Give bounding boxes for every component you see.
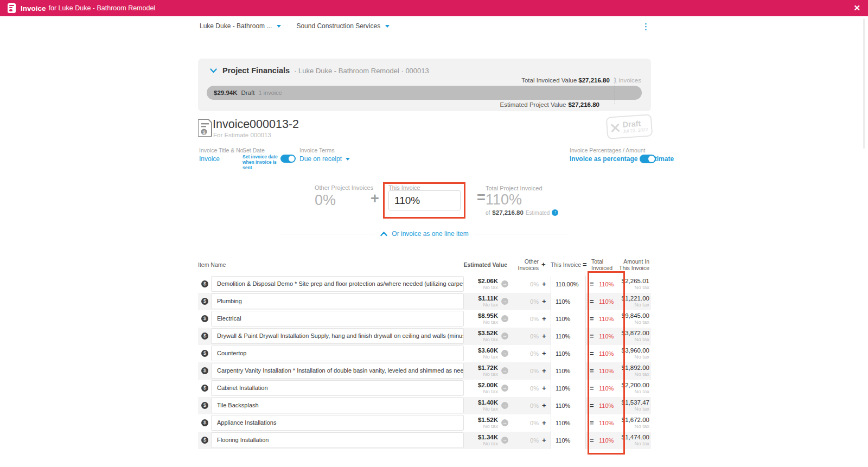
apply-estimate-icon[interactable]: →	[501, 350, 508, 357]
this-invoice-cell-input[interactable]: 110%	[551, 380, 586, 397]
equals-operator: =	[477, 189, 486, 206]
this-invoice-cell-input[interactable]: 110%	[551, 432, 586, 449]
item-name-input[interactable]: Tile Backsplash	[211, 398, 464, 413]
set-date-value[interactable]: Set invoice date when invoice is sent	[242, 154, 284, 171]
other-invoices-cell: 0%	[517, 385, 539, 392]
project-financials-card: Project Financials · Luke Duke - Bathroo…	[198, 59, 651, 111]
estimated-project-value-line: Estimated Project Value$27,216.80	[500, 101, 599, 108]
this-invoice-cell-input[interactable]: 110%	[551, 362, 586, 380]
item-name-input[interactable]: Appliance Installations	[211, 415, 464, 431]
this-invoice-cell-input[interactable]: 110%	[551, 310, 586, 328]
close-icon[interactable]: ✕	[853, 3, 860, 13]
financials-subtitle: · Luke Duke - Bathroom Remodel · 000013	[294, 67, 429, 75]
invoice-title-value[interactable]: Invoice	[199, 155, 220, 163]
this-invoice-cell-input[interactable]: 110%	[551, 328, 586, 345]
invoice-page: Invoice for Luke Duke - Bathroom Remodel…	[0, 0, 868, 467]
estimated-value-cell: $1.11K No tax	[456, 295, 498, 308]
kebab-menu-icon[interactable]: ⋮	[642, 22, 650, 31]
plus-icon: +	[542, 401, 546, 410]
total-invoiced-value: 110%	[486, 191, 522, 208]
estimate-link-icon[interactable]: ↑	[552, 209, 558, 216]
equals-icon: =	[590, 315, 594, 323]
apply-estimate-icon[interactable]: →	[501, 315, 508, 322]
table-row: $ Cabinet Installation $2.00K No tax → 0…	[198, 380, 651, 397]
titlebar-title: Invoice	[21, 4, 46, 12]
col-plus-icon: +	[541, 260, 546, 268]
other-invoices-cell: 0%	[517, 316, 539, 322]
col-amount-in-invoice: Amount In This Invoice	[601, 258, 649, 271]
dollar-badge-icon: $	[201, 298, 208, 305]
item-name-input[interactable]: Flooring Installation	[211, 432, 464, 448]
project-dropdown-label: Luke Duke - Bathroom ...	[200, 22, 272, 30]
other-invoices-cell: 0%	[517, 333, 539, 340]
apply-estimate-icon[interactable]: →	[501, 402, 508, 409]
invoice-title-label: Invoice Title & No.	[199, 147, 245, 153]
item-name-input[interactable]: Carpentry Vanity Installation * Installa…	[211, 363, 464, 379]
other-invoices-label: Other Project Invoices	[315, 184, 373, 191]
plus-icon: +	[542, 297, 546, 305]
apply-estimate-icon[interactable]: →	[501, 280, 508, 287]
this-invoice-cell-input[interactable]: 110%	[551, 345, 586, 362]
other-invoices-value: 0%	[315, 192, 336, 209]
invoice-progress-bar: $29.94K Draft 1 invoice	[207, 86, 642, 100]
equals-icon: =	[590, 384, 594, 392]
invoice-one-line-link[interactable]: Or invoice as one line item	[380, 230, 468, 238]
amount-cell: $1,474.00 No tax	[601, 434, 649, 446]
item-name-input[interactable]: Demolition & Disposal Demo * Site prep a…	[211, 276, 464, 292]
percent-mode-toggle[interactable]	[640, 155, 656, 163]
item-name-input[interactable]: Cabinet Installation	[211, 380, 464, 396]
amount-cell: $9,845.00 No tax	[601, 312, 649, 325]
dollar-badge-icon: $	[201, 367, 208, 374]
plus-icon: +	[542, 280, 546, 288]
other-invoices-cell: 0%	[517, 298, 539, 305]
dollar-badge-icon: $	[201, 419, 208, 426]
plus-icon: +	[542, 436, 546, 444]
amount-cell: $3,872.00 No tax	[601, 330, 649, 342]
project-dropdown[interactable]: Luke Duke - Bathroom ...	[200, 22, 281, 30]
estimated-value-cell: $1.40K No tax	[456, 399, 498, 412]
equals-icon: =	[590, 401, 594, 410]
equals-icon: =	[590, 419, 594, 427]
one-line-separator: Or invoice as one line item	[198, 230, 651, 238]
invoice-terms-dropdown[interactable]: Due on receipt	[299, 155, 350, 163]
this-invoice-cell-input[interactable]: 110%	[551, 397, 586, 414]
this-invoice-cell-input[interactable]: 110%	[551, 293, 586, 310]
scrollbar[interactable]	[863, 18, 865, 149]
equals-icon: =	[590, 349, 594, 357]
plus-icon: +	[542, 315, 546, 323]
col-other-invoices: Other Invoices	[510, 258, 539, 271]
table-row: $ Tile Backsplash $1.40K No tax → 0% + 1…	[198, 397, 651, 414]
invoice-page-icon: $	[198, 119, 213, 137]
estimated-value-cell: $8.95K No tax	[456, 312, 498, 325]
caret-down-icon	[346, 158, 350, 161]
apply-estimate-icon[interactable]: →	[501, 367, 508, 374]
apply-estimate-icon[interactable]: →	[501, 332, 508, 340]
set-date-toggle[interactable]	[280, 155, 296, 163]
apply-estimate-icon[interactable]: →	[501, 298, 508, 305]
caret-down-icon	[277, 25, 281, 28]
item-name-input[interactable]: Countertop	[211, 346, 464, 361]
apply-estimate-icon[interactable]: →	[501, 419, 508, 426]
plus-icon: +	[542, 419, 546, 427]
bar-status: Draft	[241, 89, 254, 96]
bar-count: 1 invoice	[258, 89, 282, 96]
this-invoice-cell-input[interactable]: 110.00%	[551, 276, 586, 293]
dollar-badge-icon: $	[201, 315, 208, 322]
dollar-badge-icon: $	[201, 280, 208, 287]
financials-title: Project Financials	[222, 66, 290, 75]
item-name-input[interactable]: Drywall & Paint Drywall Installation Sup…	[211, 328, 464, 344]
company-dropdown[interactable]: Sound Construction Services	[296, 22, 390, 30]
chevron-down-icon[interactable]	[210, 68, 217, 73]
percent-mode-value[interactable]: Invoice as percentage of estimate	[570, 155, 674, 163]
table-row: $ Drywall & Paint Drywall Installation S…	[198, 328, 651, 345]
table-row: $ Appliance Installations $1.52K No tax …	[198, 414, 651, 432]
this-invoice-percent-input[interactable]	[388, 190, 461, 210]
table-row: $ Electrical $8.95K No tax → 0% + 110% =…	[198, 310, 651, 328]
amount-cell: $1,537.47 No tax	[601, 399, 649, 412]
item-name-input[interactable]: Plumbing	[211, 293, 464, 309]
apply-estimate-icon[interactable]: →	[501, 437, 508, 444]
this-invoice-cell-input[interactable]: 110%	[551, 414, 586, 432]
apply-estimate-icon[interactable]: →	[501, 385, 508, 392]
amount-cell: $1,221.00 No tax	[601, 295, 649, 308]
item-name-input[interactable]: Electrical	[211, 311, 464, 327]
